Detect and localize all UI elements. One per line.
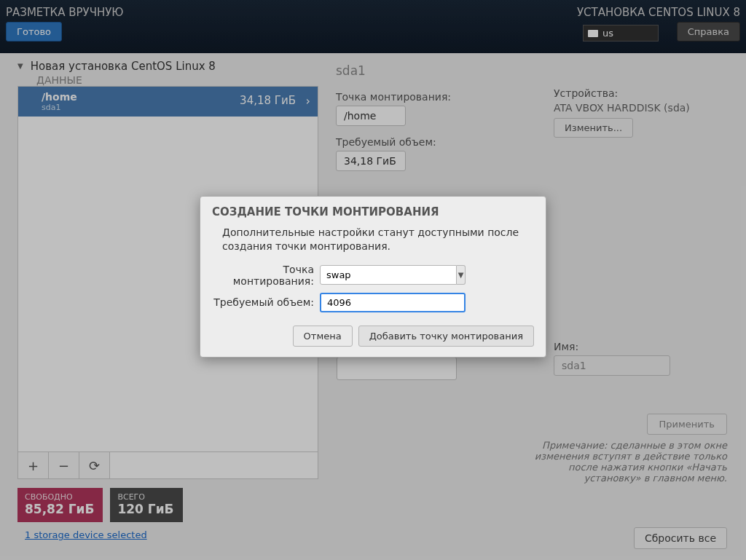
cancel-button[interactable]: Отмена xyxy=(293,326,353,347)
add-mountpoint-button[interactable]: Добавить точку монтирования xyxy=(358,326,534,347)
dialog-mount-label: Точка монтирования: xyxy=(212,264,314,287)
mount-point-combo[interactable]: ▼ xyxy=(320,265,466,285)
mount-point-combo-input[interactable] xyxy=(320,265,457,285)
dialog-capacity-input[interactable] xyxy=(320,293,466,312)
dialog-description: Дополнительные настройки станут доступны… xyxy=(222,226,534,253)
add-mountpoint-dialog: СОЗДАНИЕ ТОЧКИ МОНТИРОВАНИЯ Дополнительн… xyxy=(200,196,546,358)
combo-dropdown-button[interactable]: ▼ xyxy=(457,265,466,285)
dialog-title: СОЗДАНИЕ ТОЧКИ МОНТИРОВАНИЯ xyxy=(212,205,534,218)
dialog-capacity-label: Требуемый объем: xyxy=(212,296,314,308)
